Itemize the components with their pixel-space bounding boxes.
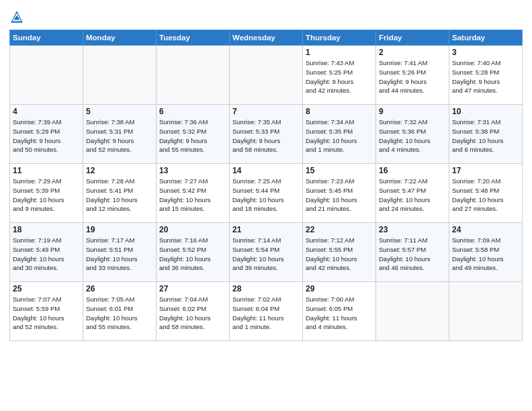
calendar-cell: 1Sunrise: 7:43 AM Sunset: 5:25 PM Daylig… [303,46,376,105]
calendar-cell: 22Sunrise: 7:12 AM Sunset: 5:55 PM Dayli… [303,223,376,282]
calendar-cell: 28Sunrise: 7:02 AM Sunset: 6:04 PM Dayli… [230,282,303,341]
calendar-cell: 18Sunrise: 7:19 AM Sunset: 5:49 PM Dayli… [10,223,83,282]
calendar-body: 1Sunrise: 7:43 AM Sunset: 5:25 PM Daylig… [10,46,523,341]
day-number: 21 [232,225,300,234]
calendar-cell [83,46,157,105]
day-info: Sunrise: 7:38 AM Sunset: 5:31 PM Dayligh… [86,118,153,154]
day-info: Sunrise: 7:34 AM Sunset: 5:35 PM Dayligh… [306,118,373,154]
day-number: 16 [379,166,446,175]
day-number: 24 [452,225,519,234]
calendar-cell: 19Sunrise: 7:17 AM Sunset: 5:51 PM Dayli… [83,223,157,282]
calendar-cell [10,46,83,105]
day-info: Sunrise: 7:39 AM Sunset: 5:29 PM Dayligh… [13,118,80,154]
day-info: Sunrise: 7:16 AM Sunset: 5:52 PM Dayligh… [159,236,226,273]
day-info: Sunrise: 7:17 AM Sunset: 5:51 PM Dayligh… [86,236,153,273]
calendar-cell: 21Sunrise: 7:14 AM Sunset: 5:54 PM Dayli… [230,223,303,282]
day-info: Sunrise: 7:27 AM Sunset: 5:42 PM Dayligh… [159,177,226,214]
calendar-cell: 10Sunrise: 7:31 AM Sunset: 5:38 PM Dayli… [449,105,523,164]
weekday-header-monday: Monday [83,30,157,46]
day-number: 23 [379,225,446,234]
calendar-cell: 16Sunrise: 7:22 AM Sunset: 5:47 PM Dayli… [376,164,449,223]
calendar-cell: 9Sunrise: 7:32 AM Sunset: 5:36 PM Daylig… [376,105,449,164]
day-number: 11 [13,166,80,175]
day-number: 5 [86,107,153,116]
day-info: Sunrise: 7:19 AM Sunset: 5:49 PM Dayligh… [13,236,80,273]
logo [9,9,26,24]
week-row-3: 11Sunrise: 7:29 AM Sunset: 5:39 PM Dayli… [10,164,523,223]
week-row-5: 25Sunrise: 7:07 AM Sunset: 5:59 PM Dayli… [10,282,523,341]
calendar-cell [230,46,303,105]
week-row-2: 4Sunrise: 7:39 AM Sunset: 5:29 PM Daylig… [10,105,523,164]
day-number: 28 [232,284,300,293]
day-info: Sunrise: 7:43 AM Sunset: 5:25 PM Dayligh… [306,58,373,95]
day-info: Sunrise: 7:25 AM Sunset: 5:44 PM Dayligh… [232,177,300,214]
weekday-header-row: SundayMondayTuesdayWednesdayThursdayFrid… [10,30,523,46]
day-number: 15 [306,166,373,175]
day-info: Sunrise: 7:12 AM Sunset: 5:55 PM Dayligh… [306,236,373,273]
day-number: 9 [379,107,446,116]
calendar-cell: 7Sunrise: 7:35 AM Sunset: 5:33 PM Daylig… [230,105,303,164]
logo-icon [9,9,24,24]
day-number: 8 [306,107,373,116]
calendar-cell: 12Sunrise: 7:28 AM Sunset: 5:41 PM Dayli… [83,164,157,223]
day-info: Sunrise: 7:32 AM Sunset: 5:36 PM Dayligh… [379,118,446,154]
day-info: Sunrise: 7:29 AM Sunset: 5:39 PM Dayligh… [13,177,80,214]
calendar-cell: 14Sunrise: 7:25 AM Sunset: 5:44 PM Dayli… [230,164,303,223]
header-row [9,7,523,24]
calendar-cell [157,46,230,105]
calendar-cell: 29Sunrise: 7:00 AM Sunset: 6:05 PM Dayli… [303,282,376,341]
day-number: 2 [379,48,446,57]
day-info: Sunrise: 7:22 AM Sunset: 5:47 PM Dayligh… [379,177,446,214]
day-info: Sunrise: 7:41 AM Sunset: 5:26 PM Dayligh… [379,58,446,95]
calendar-cell: 13Sunrise: 7:27 AM Sunset: 5:42 PM Dayli… [157,164,230,223]
day-info: Sunrise: 7:00 AM Sunset: 6:05 PM Dayligh… [306,295,373,332]
calendar-cell: 4Sunrise: 7:39 AM Sunset: 5:29 PM Daylig… [10,105,83,164]
day-number: 29 [306,284,373,293]
day-number: 19 [86,225,153,234]
day-info: Sunrise: 7:20 AM Sunset: 5:48 PM Dayligh… [452,177,519,214]
day-number: 1 [306,48,373,57]
day-number: 20 [159,225,226,234]
calendar-cell [376,282,449,341]
day-number: 7 [232,107,300,116]
week-row-4: 18Sunrise: 7:19 AM Sunset: 5:49 PM Dayli… [10,223,523,282]
day-info: Sunrise: 7:07 AM Sunset: 5:59 PM Dayligh… [13,295,80,332]
day-number: 13 [159,166,226,175]
day-info: Sunrise: 7:04 AM Sunset: 6:02 PM Dayligh… [159,295,226,332]
day-info: Sunrise: 7:40 AM Sunset: 5:28 PM Dayligh… [452,58,519,95]
calendar-cell: 2Sunrise: 7:41 AM Sunset: 5:26 PM Daylig… [376,46,449,105]
calendar-cell: 26Sunrise: 7:05 AM Sunset: 6:01 PM Dayli… [83,282,157,341]
day-number: 6 [159,107,226,116]
weekday-header-sunday: Sunday [10,30,83,46]
day-info: Sunrise: 7:02 AM Sunset: 6:04 PM Dayligh… [232,295,300,332]
calendar-cell: 17Sunrise: 7:20 AM Sunset: 5:48 PM Dayli… [449,164,523,223]
weekday-header-wednesday: Wednesday [230,30,303,46]
day-info: Sunrise: 7:23 AM Sunset: 5:45 PM Dayligh… [306,177,373,214]
day-info: Sunrise: 7:09 AM Sunset: 5:58 PM Dayligh… [452,236,519,273]
day-number: 4 [13,107,80,116]
day-info: Sunrise: 7:35 AM Sunset: 5:33 PM Dayligh… [232,118,300,154]
day-number: 3 [452,48,519,57]
calendar-cell: 25Sunrise: 7:07 AM Sunset: 5:59 PM Dayli… [10,282,83,341]
day-number: 14 [232,166,300,175]
calendar-cell: 24Sunrise: 7:09 AM Sunset: 5:58 PM Dayli… [449,223,523,282]
day-info: Sunrise: 7:05 AM Sunset: 6:01 PM Dayligh… [86,295,153,332]
day-info: Sunrise: 7:36 AM Sunset: 5:32 PM Dayligh… [159,118,226,154]
week-row-1: 1Sunrise: 7:43 AM Sunset: 5:25 PM Daylig… [10,46,523,105]
weekday-header-friday: Friday [376,30,449,46]
day-number: 12 [86,166,153,175]
calendar-cell: 8Sunrise: 7:34 AM Sunset: 5:35 PM Daylig… [303,105,376,164]
weekday-header-tuesday: Tuesday [157,30,230,46]
calendar-cell: 27Sunrise: 7:04 AM Sunset: 6:02 PM Dayli… [157,282,230,341]
calendar-cell: 5Sunrise: 7:38 AM Sunset: 5:31 PM Daylig… [83,105,157,164]
calendar-cell: 6Sunrise: 7:36 AM Sunset: 5:32 PM Daylig… [157,105,230,164]
day-info: Sunrise: 7:11 AM Sunset: 5:57 PM Dayligh… [379,236,446,273]
weekday-header-saturday: Saturday [449,30,523,46]
day-number: 25 [13,284,80,293]
calendar-cell: 20Sunrise: 7:16 AM Sunset: 5:52 PM Dayli… [157,223,230,282]
day-number: 17 [452,166,519,175]
calendar-cell: 23Sunrise: 7:11 AM Sunset: 5:57 PM Dayli… [376,223,449,282]
calendar-table: SundayMondayTuesdayWednesdayThursdayFrid… [9,30,523,341]
day-info: Sunrise: 7:31 AM Sunset: 5:38 PM Dayligh… [452,118,519,154]
day-number: 18 [13,225,80,234]
